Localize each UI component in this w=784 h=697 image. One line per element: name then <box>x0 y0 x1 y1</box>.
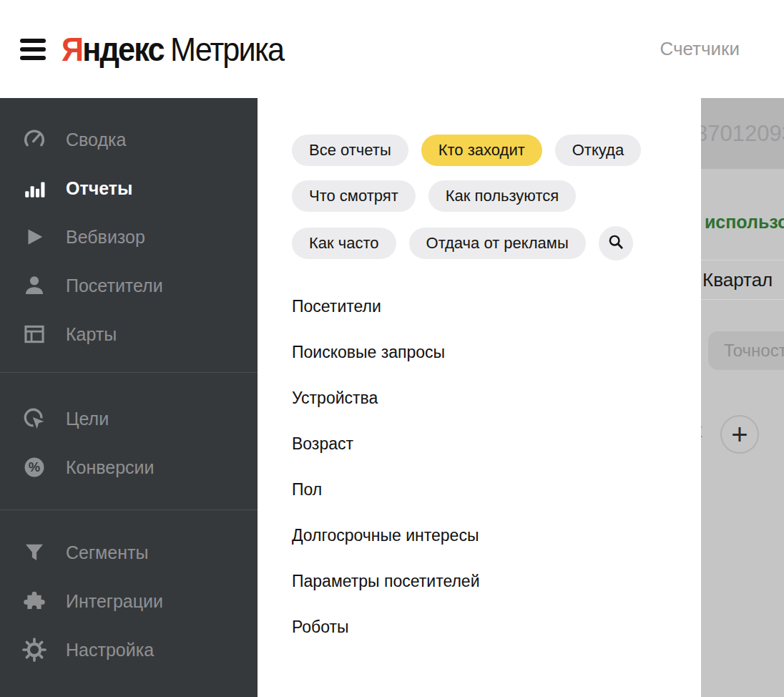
search-button[interactable] <box>599 226 633 260</box>
reports-menu: Все отчеты Кто заходит Откуда Что смотря… <box>258 98 701 697</box>
filter-chip-how-often[interactable]: Как часто <box>292 228 396 259</box>
sidebar-item-reports[interactable]: Отчеты <box>0 164 258 213</box>
dimmed-page: 37012093 использо Квартал Точность х + <box>687 98 784 697</box>
sidebar: Сводка Отчеты Вебвизор Посетители <box>0 98 258 697</box>
sidebar-item-maps[interactable]: Карты <box>0 310 258 359</box>
funnel-icon <box>21 540 47 565</box>
grouping-option-quarter: Квартал <box>687 260 784 300</box>
report-link-visitor-params[interactable]: Параметры посетителей <box>292 558 480 604</box>
sidebar-item-label: Конверсии <box>66 457 155 478</box>
filter-chip-from-where[interactable]: Откуда <box>555 135 641 166</box>
sidebar-item-conversions[interactable]: % Конверсии <box>0 443 258 492</box>
sidebar-item-label: Настройка <box>66 640 154 661</box>
menu-icon[interactable] <box>20 38 46 61</box>
sidebar-item-label: Интеграции <box>66 591 163 612</box>
report-link-age[interactable]: Возраст <box>292 421 353 467</box>
report-link-devices[interactable]: Устройства <box>292 375 378 421</box>
gauge-icon <box>21 127 47 152</box>
sidebar-item-label: Посетители <box>66 276 163 296</box>
accuracy-control: Точность <box>708 331 784 370</box>
counter-id-block: 37012093 <box>687 98 784 169</box>
counters-link[interactable]: Счетчики <box>660 38 740 60</box>
person-icon <box>21 273 47 298</box>
sidebar-item-visitors[interactable]: Посетители <box>0 261 258 310</box>
filter-chip-all-reports[interactable]: Все отчеты <box>292 135 408 166</box>
sidebar-item-label: Сводка <box>66 130 126 150</box>
sidebar-item-goals[interactable]: Цели <box>0 394 258 443</box>
sidebar-item-summary[interactable]: Сводка <box>0 115 258 164</box>
gear-icon <box>21 637 47 663</box>
sidebar-item-settings[interactable]: Настройка <box>0 625 258 674</box>
sidebar-section-main: Сводка Отчеты Вебвизор Посетители <box>0 98 258 359</box>
filter-chip-what-they-view[interactable]: Что смотрят <box>292 180 416 212</box>
report-link-long-term-interests[interactable]: Долгосрочные интересы <box>292 512 479 558</box>
logo-accent-letter: Я <box>62 30 82 68</box>
percent-icon: % <box>21 454 47 480</box>
logo-rest: ндекс <box>82 30 164 68</box>
sidebar-item-label: Отчеты <box>66 178 132 199</box>
sidebar-item-label: Карты <box>66 324 117 345</box>
sidebar-section-goals: Цели % Конверсии <box>0 373 258 492</box>
filter-chip-how-they-use[interactable]: Как пользуются <box>428 180 576 212</box>
report-links: Посетители Поисковые запросы Устройства … <box>258 283 701 650</box>
app-header: ЯндексМетрика Счетчики <box>0 0 784 98</box>
sidebar-item-integrations[interactable]: Интеграции <box>0 577 258 625</box>
report-link-robots[interactable]: Роботы <box>292 604 349 650</box>
sidebar-item-webvisor[interactable]: Вебвизор <box>0 213 258 261</box>
logo-suffix: Метрика <box>170 30 283 68</box>
sidebar-item-label: Цели <box>66 409 109 429</box>
play-icon <box>21 224 47 250</box>
target-click-icon <box>21 406 47 432</box>
sidebar-item-segments[interactable]: Сегменты <box>0 528 258 577</box>
magnifier-icon <box>607 233 625 254</box>
layout-icon <box>21 321 47 347</box>
logo[interactable]: ЯндексМетрика <box>62 29 283 69</box>
counter-id: 37012093 <box>695 121 784 147</box>
sidebar-section-tools: Сегменты Интеграции Настройка <box>0 510 258 674</box>
sidebar-item-label: Вебвизор <box>66 227 145 248</box>
bar-chart-icon <box>21 175 47 201</box>
add-segment-button: + <box>720 415 759 454</box>
report-link-visitors[interactable]: Посетители <box>292 283 381 329</box>
highlighted-metric-text: использо <box>705 212 784 233</box>
puzzle-icon <box>21 588 47 614</box>
report-link-search-queries[interactable]: Поисковые запросы <box>292 329 445 375</box>
yandex-metrika-app: ЯндексМетрика Счетчики Сводка Отчеты <box>0 0 784 697</box>
filter-chip-who-visits[interactable]: Кто заходит <box>421 135 542 166</box>
filter-chip-ad-returns[interactable]: Отдача от рекламы <box>409 228 586 259</box>
report-filters: Все отчеты Кто заходит Откуда Что смотря… <box>258 98 701 260</box>
sidebar-item-label: Сегменты <box>66 542 148 563</box>
report-link-gender[interactable]: Пол <box>292 467 322 512</box>
svg-text:%: % <box>29 459 40 474</box>
